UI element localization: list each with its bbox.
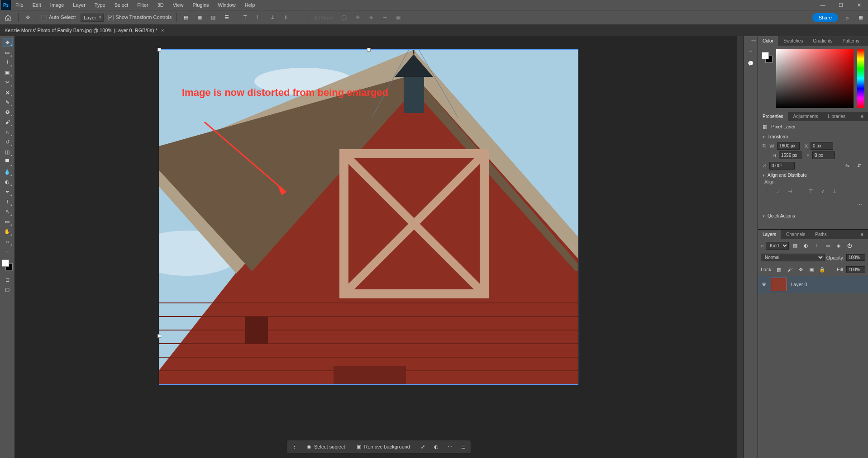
- settings-icon[interactable]: ☰: [459, 442, 468, 451]
- type-tool[interactable]: T: [2, 197, 13, 206]
- flip-h-icon[interactable]: ⇋: [843, 161, 852, 170]
- align-left-icon[interactable]: ⊢: [763, 187, 771, 195]
- canvas-area[interactable]: Image is now distorted from being enlarg…: [14, 36, 743, 458]
- align-section[interactable]: Align and Distribute: [758, 171, 868, 179]
- edit-toolbar[interactable]: ⋯: [2, 247, 13, 256]
- layer-name[interactable]: Layer 0: [791, 282, 807, 287]
- filter-type-icon[interactable]: T: [812, 241, 821, 250]
- filter-toggle-icon[interactable]: ⏻: [845, 241, 854, 250]
- menu-plugins[interactable]: Plugins: [189, 1, 212, 9]
- transform-handle-tl[interactable]: [157, 48, 161, 52]
- color-field[interactable]: [776, 49, 854, 108]
- tab-patterns[interactable]: Patterns: [838, 36, 864, 46]
- comments-panel-icon[interactable]: 💬: [746, 59, 755, 68]
- lasso-tool[interactable]: ⌇: [2, 58, 13, 67]
- search-icon[interactable]: ⌕: [843, 13, 852, 22]
- transform-icon[interactable]: ⤢: [418, 442, 427, 451]
- tab-libraries[interactable]: Libraries: [824, 112, 850, 121]
- panel-menu-icon[interactable]: ≡: [856, 230, 868, 239]
- layer-visibility-icon[interactable]: 👁: [761, 282, 767, 287]
- align-middle-icon[interactable]: ⊢: [254, 13, 263, 22]
- panel-menu-icon[interactable]: ≡: [865, 36, 868, 46]
- window-minimize-icon[interactable]: —: [814, 0, 832, 10]
- align-left-icon[interactable]: ▤: [181, 13, 191, 22]
- healing-tool[interactable]: ✪: [2, 108, 13, 117]
- angle-input[interactable]: [769, 162, 795, 170]
- height-input[interactable]: [779, 151, 801, 159]
- object-select-tool[interactable]: ▣: [2, 68, 13, 77]
- screen-mode-icon[interactable]: ▢: [2, 285, 13, 294]
- lock-all-icon[interactable]: 🔒: [818, 265, 827, 274]
- menu-layer[interactable]: Layer: [69, 1, 89, 9]
- filter-shape-icon[interactable]: ▭: [823, 241, 832, 250]
- menu-file[interactable]: File: [12, 1, 27, 9]
- tab-properties[interactable]: Properties: [758, 112, 788, 121]
- lock-pixels-icon[interactable]: 🖌: [785, 265, 794, 274]
- auto-select-checkbox[interactable]: Auto-Select:: [42, 14, 76, 20]
- align-center-h-icon[interactable]: ⫰: [774, 187, 782, 195]
- blend-mode-select[interactable]: Normal: [761, 254, 825, 261]
- select-subject-button[interactable]: ◉ Select subject: [303, 443, 348, 451]
- tab-channels[interactable]: Channels: [782, 230, 810, 239]
- frame-tool[interactable]: ⊠: [2, 88, 13, 97]
- document-canvas[interactable]: Image is now distorted from being enlarg…: [159, 50, 578, 384]
- more-align-icon[interactable]: ⋯: [295, 13, 304, 22]
- fg-bg-swatch[interactable]: [762, 52, 773, 63]
- distribute-v-icon[interactable]: ⦀: [281, 13, 291, 22]
- close-tab-icon[interactable]: ×: [161, 28, 164, 33]
- align-center-h-icon[interactable]: ▦: [195, 13, 204, 22]
- collapse-chevron-icon[interactable]: ◂◂: [751, 38, 758, 42]
- layer-thumbnail[interactable]: [771, 278, 787, 291]
- hue-slider[interactable]: [857, 49, 864, 108]
- fill-input[interactable]: [846, 266, 865, 273]
- link-wh-icon[interactable]: ⧉: [763, 143, 766, 149]
- opacity-input[interactable]: [846, 254, 865, 261]
- drag-handle-icon[interactable]: ⋮: [290, 442, 299, 451]
- mask-icon[interactable]: ◐: [432, 442, 441, 451]
- auto-select-target[interactable]: Layer: [81, 14, 104, 22]
- contextual-task-bar[interactable]: ⋮ ◉ Select subject ▣ Remove background ⤢…: [286, 440, 471, 453]
- lock-transparency-icon[interactable]: ▩: [774, 265, 783, 274]
- blur-tool[interactable]: 💧: [2, 167, 13, 176]
- workspace-icon[interactable]: ▦: [856, 13, 865, 22]
- remove-background-button[interactable]: ▣ Remove background: [353, 443, 414, 451]
- more-icon[interactable]: ⋯: [445, 442, 454, 451]
- quick-mask-icon[interactable]: ◻: [2, 275, 13, 284]
- menu-view[interactable]: View: [169, 1, 187, 9]
- eraser-tool[interactable]: ◫: [2, 147, 13, 156]
- brushes-panel-icon[interactable]: ≡: [746, 46, 755, 55]
- menu-window[interactable]: Window: [215, 1, 239, 9]
- align-bottom-icon[interactable]: ⊥: [830, 187, 839, 195]
- document-tab[interactable]: Kenzie Morris' Photo of Family Barn.jpg …: [0, 26, 168, 35]
- path-select-tool[interactable]: ↖: [2, 207, 13, 216]
- filter-adjust-icon[interactable]: ◐: [801, 241, 811, 250]
- filter-smart-icon[interactable]: ◈: [834, 241, 843, 250]
- pen-tool[interactable]: ✒: [2, 187, 13, 196]
- history-brush-tool[interactable]: ↺: [2, 137, 13, 146]
- tab-layers[interactable]: Layers: [758, 230, 781, 239]
- align-top-icon[interactable]: ⊤: [807, 187, 815, 195]
- move-tool-icon[interactable]: ✥: [23, 13, 32, 22]
- quick-actions-section[interactable]: Quick Actions: [758, 212, 868, 220]
- align-right-icon[interactable]: ▥: [209, 13, 218, 22]
- move-tool[interactable]: ✥: [2, 38, 13, 47]
- align-bottom-icon[interactable]: ⊥: [268, 13, 277, 22]
- tab-adjustments[interactable]: Adjustments: [789, 112, 823, 121]
- menu-image[interactable]: Image: [47, 1, 68, 9]
- menu-filter[interactable]: Filter: [134, 1, 152, 9]
- share-button[interactable]: Share: [812, 13, 838, 22]
- hand-tool[interactable]: ✋: [2, 227, 13, 236]
- dodge-tool[interactable]: ◐: [2, 177, 13, 186]
- foreground-background-colors[interactable]: [2, 260, 13, 270]
- window-maximize-icon[interactable]: ☐: [832, 0, 850, 10]
- x-input[interactable]: [811, 142, 833, 150]
- menu-select[interactable]: Select: [111, 1, 132, 9]
- color-picker[interactable]: [758, 46, 868, 112]
- tab-color[interactable]: Color: [758, 36, 778, 46]
- lock-artboard-icon[interactable]: ▣: [807, 265, 816, 274]
- shape-tool[interactable]: ▭: [2, 217, 13, 226]
- panel-menu-icon[interactable]: ≡: [856, 112, 868, 121]
- menu-help[interactable]: Help: [241, 1, 259, 9]
- layer-row[interactable]: 👁 Layer 0: [758, 276, 868, 293]
- transform-handle-tc[interactable]: [367, 48, 371, 52]
